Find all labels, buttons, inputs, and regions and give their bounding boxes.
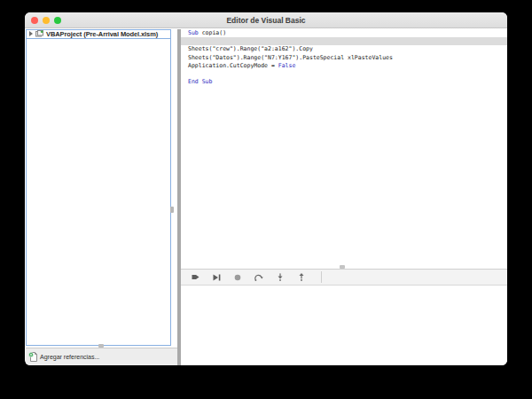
breakpoint-icon — [234, 274, 241, 281]
add-reference-icon — [28, 352, 37, 362]
immediate-pane[interactable] — [181, 286, 507, 365]
code-line-highlighted[interactable] — [181, 37, 507, 45]
run-to-cursor-icon — [213, 274, 221, 281]
code-line[interactable]: Sheets("crew").Range("a2:a162").Copy — [181, 45, 507, 53]
code-line[interactable]: End Sub — [181, 78, 507, 86]
toolbar-separator — [321, 271, 322, 283]
step-over-button[interactable] — [250, 270, 268, 284]
code-line[interactable]: Sub copia() — [181, 29, 507, 37]
step-over-icon — [254, 274, 263, 281]
code-line[interactable]: Application.CutCopyMode = False — [181, 62, 507, 70]
run-to-cursor-button[interactable] — [207, 270, 225, 284]
title-bar[interactable]: Editor de Visual Basic — [25, 12, 507, 28]
sidebar-item-vbaproject[interactable]: VBAProject (Pre-Arrival Model.xlsm) — [27, 30, 170, 39]
add-references-button[interactable]: Agregar referencias... — [26, 348, 177, 365]
breakpoint-button[interactable] — [229, 270, 246, 284]
step-out-button[interactable] — [293, 270, 310, 284]
step-into-icon — [278, 273, 283, 281]
desktop-background: Editor de Visual Basic VBAProject (Pre-A… — [0, 0, 532, 399]
window-title: Editor de Visual Basic — [25, 12, 507, 28]
sidebar-item-label: VBAProject (Pre-Arrival Model.xlsm) — [46, 30, 158, 38]
debug-toolbar — [181, 269, 507, 286]
step-out-icon — [299, 273, 304, 281]
panel-resize-handle[interactable] — [170, 207, 174, 213]
project-icon — [35, 30, 43, 37]
continue-icon — [192, 274, 200, 280]
code-line[interactable] — [181, 70, 507, 78]
code-line[interactable]: Sheets("Datos").Range("N7:Y167").PasteSp… — [181, 54, 507, 62]
project-explorer[interactable]: VBAProject (Pre-Arrival Model.xlsm) — [26, 29, 171, 346]
continue-button[interactable] — [186, 270, 204, 284]
add-references-label: Agregar referencias... — [40, 354, 99, 360]
vba-editor-window: Editor de Visual Basic VBAProject (Pre-A… — [25, 12, 507, 365]
step-into-button[interactable] — [271, 270, 289, 284]
chevron-right-icon[interactable] — [29, 31, 33, 36]
code-editor[interactable]: Sub copia() Sheets("crew").Range("a2:a16… — [181, 28, 507, 269]
